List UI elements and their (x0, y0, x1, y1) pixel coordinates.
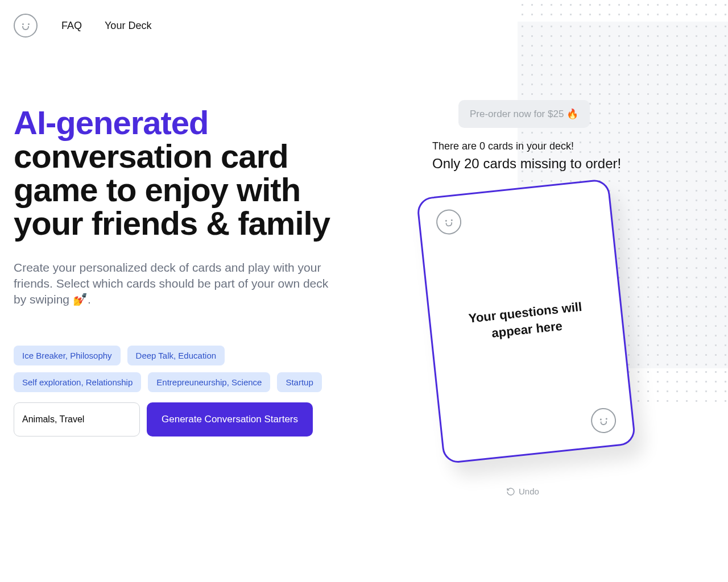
card-face-icon (590, 407, 617, 434)
title-accent: AI-generated (14, 104, 209, 141)
nav-your-deck[interactable]: Your Deck (105, 20, 151, 32)
main-nav: FAQ Your Deck (61, 20, 151, 32)
tag[interactable]: Self exploration, Relationship (14, 372, 141, 392)
card-stack[interactable]: Your questions will appear here (432, 188, 626, 455)
undo-icon (506, 487, 515, 496)
header: FAQ Your Deck (0, 0, 728, 38)
tag-list: Ice Breaker, Philosophy Deep Talk, Educa… (14, 346, 332, 392)
generator-row: Generate Conversation Starters (14, 402, 378, 436)
undo-button[interactable]: Undo (506, 487, 717, 496)
title-rest: conversation card game to enjoy with you… (14, 138, 330, 242)
hero: AI-generated conversation card game to e… (14, 106, 378, 436)
tag[interactable]: Deep Talk, Education (127, 346, 225, 365)
logo-face-icon[interactable] (14, 14, 38, 38)
undo-label: Undo (519, 487, 539, 496)
deck-missing: Only 20 cards missing to order! (432, 156, 717, 172)
card-text: Your questions will appear here (457, 297, 596, 345)
tag[interactable]: Entrepreuneurship, Science (148, 372, 270, 392)
card-face-icon (435, 208, 462, 235)
subtitle: Create your personalized deck of cards a… (14, 260, 332, 308)
main: AI-generated conversation card game to e… (0, 106, 728, 436)
tag[interactable]: Ice Breaker, Philosophy (14, 346, 121, 365)
question-card[interactable]: Your questions will appear here (416, 178, 636, 464)
tag[interactable]: Startup (277, 372, 321, 392)
deck-status: There are 0 cards in your deck! (432, 140, 717, 152)
deck-panel: Pre-order now for $25 🔥 There are 0 card… (432, 100, 717, 496)
generate-button[interactable]: Generate Conversation Starters (147, 402, 313, 436)
page-title: AI-generated conversation card game to e… (14, 106, 378, 240)
preorder-pill[interactable]: Pre-order now for $25 🔥 (458, 100, 590, 128)
topic-input[interactable] (14, 402, 140, 436)
nav-faq[interactable]: FAQ (61, 20, 82, 32)
